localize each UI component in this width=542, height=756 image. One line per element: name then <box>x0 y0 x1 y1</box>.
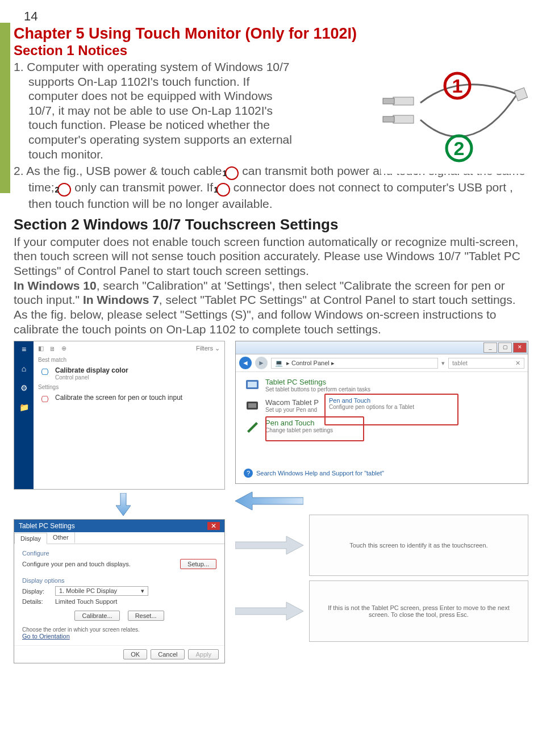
svg-text:1: 1 <box>452 75 463 97</box>
section2-para3: As the fig. below, please select "Settin… <box>14 307 528 336</box>
breadcrumb-text: ▸ Control Panel ▸ <box>286 360 335 367</box>
tab-display[interactable]: Display <box>14 533 47 544</box>
circle-1b-icon: 1 <box>216 183 230 197</box>
filters-dropdown[interactable]: Filters ⌄ <box>196 345 220 352</box>
gray-arrow-2-icon <box>235 600 303 623</box>
result1-sub: Control panel <box>55 374 128 381</box>
drive-icon: 💻 <box>275 360 283 367</box>
calib2-text: If this is not the Tablet PC screen, pre… <box>318 604 520 618</box>
settings-label: Settings <box>38 384 220 390</box>
setup-button[interactable]: Setup... <box>180 559 216 569</box>
calibrate-button[interactable]: Calibrate... <box>74 611 119 621</box>
para2-bold1: In Windows 10 <box>14 279 97 292</box>
best-match-label: Best match <box>38 357 220 363</box>
window-close-icon[interactable]: ✕ <box>513 343 527 353</box>
circle-2-icon: 2 <box>57 183 71 197</box>
breadcrumb[interactable]: 💻 ▸ Control Panel ▸ <box>271 358 438 369</box>
gear-icon[interactable]: ⚙ <box>20 383 28 392</box>
svg-rect-0 <box>393 97 414 105</box>
wacom-icon <box>245 398 260 413</box>
result-calibrate-touch[interactable]: 🖵 Calibrate the screen for pen or touch … <box>38 390 220 408</box>
gray-arrow-1-icon <box>235 534 303 557</box>
search-sidebar: ≡ ⌂ ⚙ 📁 <box>14 341 34 489</box>
svg-rect-10 <box>248 382 257 387</box>
search-value: tablet <box>452 360 468 366</box>
para2-bold2: In Windows 7 <box>83 293 159 306</box>
svg-rect-2 <box>393 115 414 123</box>
reset-button[interactable]: Reset... <box>128 611 164 621</box>
chevron-down-icon: ▾ <box>141 587 144 595</box>
circle-1-icon: 1 <box>225 166 239 180</box>
cp-item2-title: Wacom Tablet P <box>265 398 319 407</box>
folder-icon[interactable]: 📁 <box>19 403 29 412</box>
cp-item-pen-touch[interactable]: Pen and Touch Change tablet pen settings <box>245 419 519 433</box>
minimize-icon[interactable]: _ <box>483 343 497 353</box>
section2-title: Section 2 Windows 10/7 Touchscreen Setti… <box>14 216 528 233</box>
ok-button[interactable]: OK <box>123 649 147 659</box>
group-display-options: Display options <box>22 577 216 584</box>
control-panel-window: _ ▢ ✕ ◄ ► 💻 ▸ Control Panel ▸ ▾ tablet <box>235 341 528 484</box>
svg-text:2: 2 <box>454 137 465 159</box>
page-number: 14 <box>24 9 528 24</box>
cp-item2-sub3: Set up your Pen and <box>265 407 319 413</box>
close-icon[interactable]: ✕ <box>207 522 220 530</box>
dialog-title: Tablet PC Settings <box>19 522 75 530</box>
cancel-button[interactable]: Cancel <box>151 649 185 659</box>
doc-icon[interactable]: 🗎 <box>49 345 56 352</box>
tablet-pc-settings-dialog: Tablet PC Settings ✕ Display Other Confi… <box>14 519 225 663</box>
clear-search-icon[interactable]: ✕ <box>515 360 520 367</box>
apply-button[interactable]: Apply <box>188 649 219 659</box>
notice2-a: 2. As the fig., USB power & touch cable <box>14 164 225 177</box>
cp-titlebar: _ ▢ ✕ <box>236 341 528 354</box>
display-select[interactable]: 1. Mobile PC Display ▾ <box>55 586 148 596</box>
calib1-text: Touch this screen to identify it as the … <box>349 542 487 549</box>
section2-para2: In Windows 10, search "Calibration" at '… <box>14 278 528 307</box>
win10-search-panel: ≡ ⌂ ⚙ 📁 ◧ 🗎 ⊕ Filters ⌄ Best match 🖵 <box>14 341 225 490</box>
monitor-color-icon: 🖵 <box>39 366 51 378</box>
result2-title: Calibrate the screen for pen or touch in… <box>55 394 182 402</box>
details-value: Limited Touch Support <box>55 598 117 605</box>
section1-title: Section 1 Notices <box>14 43 528 59</box>
order-text: Choose the order in which your screen re… <box>22 626 216 633</box>
chapter-title: Chapter 5 Using Touch Monitor (Only for … <box>14 25 528 43</box>
forward-icon[interactable]: ► <box>255 357 268 369</box>
para2-d: , select "Tablet PC Settings" at Control… <box>159 293 516 306</box>
configure-text: Configure your pen and touch displays. <box>22 561 176 567</box>
side-green-tab <box>0 23 10 193</box>
cp-help-footer[interactable]: ? Search Windows Help and Support for "t… <box>244 469 384 478</box>
svg-rect-4 <box>514 87 527 101</box>
home-icon[interactable]: ⌂ <box>22 364 26 373</box>
tab-other[interactable]: Other <box>47 532 75 544</box>
orientation-link[interactable]: Go to Orientation <box>22 633 216 640</box>
cp-item1-sub: Set tablet buttons to perform certain ta… <box>265 386 370 392</box>
cp-item2-sub1: Pen and Touch <box>329 397 454 404</box>
display-label: Display: <box>22 588 51 595</box>
result-calibrate-color[interactable]: 🖵 Calibrate display color Control panel <box>38 363 220 384</box>
calibration-screen-1: Touch this screen to identify it as the … <box>309 515 528 576</box>
search-input[interactable]: tablet ✕ <box>448 358 524 369</box>
cp-item1-title: Tablet PC Settings <box>265 378 370 386</box>
calibration-screen-2: If this is not the Tablet PC screen, pre… <box>309 580 528 642</box>
svg-rect-1 <box>383 98 394 104</box>
cp-footer-text: Search Windows Help and Support for "tab… <box>256 470 384 477</box>
section2-para1: If your computer does not enable touch s… <box>14 235 528 278</box>
maximize-icon[interactable]: ▢ <box>498 343 512 353</box>
help-icon: ? <box>244 469 253 478</box>
cp-item-tablet-settings[interactable]: Tablet PC Settings Set tablet buttons to… <box>245 378 519 392</box>
svg-rect-12 <box>248 403 256 408</box>
cable-illustration: 1 2 <box>381 63 528 174</box>
monitor-touch-icon: 🖵 <box>39 394 51 405</box>
hamburger-icon[interactable]: ≡ <box>22 345 26 354</box>
pen-icon <box>245 419 260 433</box>
back-icon[interactable]: ◄ <box>239 357 252 369</box>
notice2-c: only can transmit power. If <box>74 181 216 194</box>
toggle-icon[interactable]: ◧ <box>38 345 44 352</box>
cp-item-wacom[interactable]: Wacom Tablet P Set up your Pen and Pen a… <box>245 398 519 413</box>
blue-arrow-down-icon <box>116 493 131 516</box>
svg-rect-3 <box>383 116 394 122</box>
tablet-icon <box>245 378 260 392</box>
web-icon[interactable]: ⊕ <box>61 345 66 352</box>
cp-item2-sub2: Configure pen options for a Tablet <box>329 404 454 410</box>
details-label: Details: <box>22 598 51 605</box>
result1-title: Calibrate display color <box>55 366 128 374</box>
